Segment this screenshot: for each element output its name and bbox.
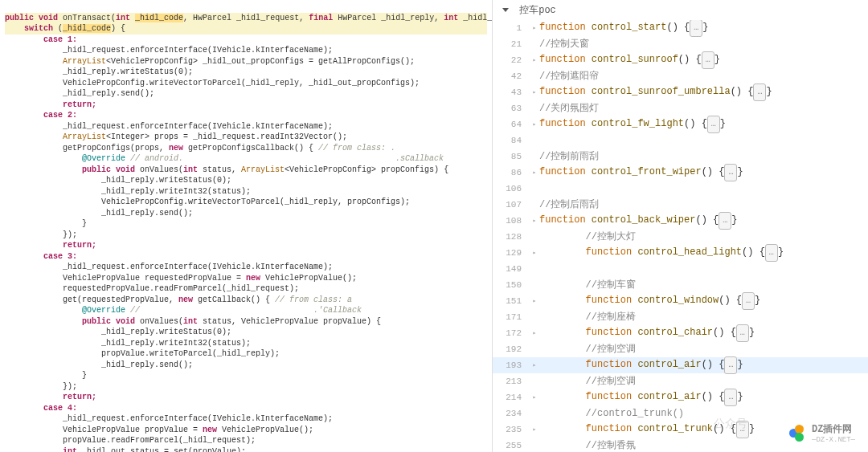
code-line-42[interactable]: 42//控制遮阳帘 (493, 68, 868, 84)
code-text: function control_chair() {…} (539, 324, 755, 342)
code-text: //控制空调 (539, 341, 636, 357)
fold-toggle-icon[interactable]: ▸ (530, 245, 539, 261)
code-line-21[interactable]: 21//控制天窗 (493, 36, 868, 52)
code-line-63[interactable]: 63//关闭氛围灯 (493, 100, 868, 116)
line-number: 85 (496, 149, 530, 165)
code-text: //控制遮阳帘 (539, 68, 599, 84)
code-text: //control_trunk() (539, 405, 684, 421)
code-line-128[interactable]: 128 //控制大灯 (493, 229, 868, 245)
switch-statement: switch (_hidl_code) { (5, 23, 487, 35)
case-4: case 4: (43, 404, 77, 413)
code-line-192[interactable]: 192 //控制空调 (493, 341, 868, 357)
line-number: 106 (496, 181, 530, 197)
code-line-85[interactable]: 85//控制前雨刮 (493, 149, 868, 165)
code-text: function control_fw_light() {…} (539, 116, 726, 133)
case-2: case 2: (43, 111, 77, 120)
code-line-43[interactable]: 43▸function control_sunroof_umbrella() {… (493, 84, 868, 100)
code-line-151[interactable]: 151▸ function control_window() {…} (493, 293, 868, 309)
code-line-235[interactable]: 235▸ function control_trunk() {…} (493, 421, 868, 438)
code-text: function control_start() {…} (539, 20, 708, 37)
line-number: 42 (496, 68, 530, 84)
code-text: function control_front_wiper() {…} (539, 164, 743, 181)
line-number: 192 (496, 341, 530, 357)
code-line-150[interactable]: 150 //控制车窗 (493, 277, 868, 293)
code-line-22[interactable]: 22▸function control_sunroof() {…} (493, 52, 868, 68)
code-line-172[interactable]: 172▸ function control_chair() {…} (493, 325, 868, 341)
file-tab[interactable]: 控车poc (493, 0, 868, 20)
code-line-234[interactable]: 234 //control_trunk() (493, 405, 868, 421)
code-line: _hidl_request.enforceInterface(IVehicle.… (63, 46, 333, 55)
method-signature: public void onTransact(int _hidl_code, H… (5, 13, 487, 24)
line-number: 235 (496, 421, 530, 438)
code-text: function control_window() {…} (539, 292, 760, 310)
line-number: 84 (496, 132, 530, 149)
code-line-107[interactable]: 107//控制后雨刮 (493, 197, 868, 213)
code-text: function control_head_light() {…} (539, 244, 784, 262)
code-line-84[interactable]: 84 (493, 132, 868, 149)
code-line-171[interactable]: 171 //控制座椅 (493, 309, 868, 325)
js-editor-pane: 控车poc 1▸function control_start() {…}21//… (492, 0, 868, 452)
fold-toggle-icon[interactable]: ▸ (530, 116, 539, 132)
line-number: 234 (496, 405, 530, 421)
fold-toggle-icon[interactable]: ▸ (530, 213, 539, 229)
watermark-cn: 公众号 (714, 417, 747, 431)
line-number: 107 (496, 197, 530, 213)
code-text: //控制座椅 (539, 309, 636, 325)
code-line-149[interactable]: 149 (493, 261, 868, 277)
fold-toggle-icon[interactable]: ▸ (530, 165, 539, 181)
line-number: 150 (496, 277, 530, 293)
code-text (539, 261, 586, 277)
code-line-193[interactable]: 193▸ function control_air() {…} (493, 357, 868, 373)
java-source-pane: public void onTransact(int _hidl_code, H… (0, 0, 492, 452)
code-line-86[interactable]: 86▸function control_front_wiper() {…} (493, 165, 868, 181)
line-number: 64 (496, 116, 530, 132)
fold-toggle-icon[interactable]: ▸ (530, 421, 539, 438)
line-number: 128 (496, 229, 530, 245)
code-text: function control_sunroof() {…} (539, 51, 720, 69)
code-text: function control_air() {…} (539, 389, 743, 406)
fold-toggle-icon[interactable]: ▸ (530, 325, 539, 341)
code-line-106[interactable]: 106 (493, 181, 868, 197)
code-line-255[interactable]: 255 //控制香氛 (493, 438, 868, 452)
line-number: 63 (496, 100, 530, 116)
code-text: //控制车窗 (539, 277, 636, 293)
line-number: 22 (496, 52, 530, 68)
code-text: function control_sunroof_umbrella() {…} (539, 83, 772, 101)
case-1: case 1: (43, 35, 77, 44)
code-text: //控制天窗 (539, 36, 589, 52)
line-number: 255 (496, 438, 530, 452)
code-text: //控制空调 (539, 373, 636, 389)
code-text: //控制前雨刮 (539, 149, 599, 165)
code-line-214[interactable]: 214▸ function control_air() {…} (493, 389, 868, 405)
line-number: 21 (496, 36, 530, 52)
fold-toggle-icon[interactable]: ▸ (530, 293, 539, 309)
line-number: 108 (496, 213, 530, 229)
line-number: 149 (496, 261, 530, 277)
line-number: 193 (496, 357, 530, 373)
line-number: 43 (496, 84, 530, 100)
code-text: //控制大灯 (539, 229, 636, 245)
fold-toggle-icon[interactable]: ▸ (530, 20, 539, 36)
line-number: 171 (496, 309, 530, 325)
line-number: 86 (496, 165, 530, 181)
code-line-64[interactable]: 64▸function control_fw_light() {…} (493, 116, 868, 132)
code-line-129[interactable]: 129▸ function control_head_light() {…} (493, 245, 868, 261)
fold-toggle-icon[interactable]: ▸ (530, 389, 539, 405)
code-line-1[interactable]: 1▸function control_start() {…} (493, 20, 868, 36)
code-line-108[interactable]: 108▸function control_back_wiper() {…} (493, 213, 868, 229)
line-number: 214 (496, 389, 530, 405)
code-text: //关闭氛围灯 (539, 100, 599, 116)
code-text: function control_back_wiper() {…} (539, 212, 737, 230)
fold-toggle-icon[interactable]: ▸ (530, 357, 539, 373)
fold-toggle-icon[interactable]: ▸ (530, 84, 539, 100)
code-text: //控制香氛 (539, 438, 636, 452)
code-text: //控制后雨刮 (539, 197, 599, 213)
code-text: function control_air() {…} (539, 356, 743, 374)
tab-title: 控车poc (519, 5, 556, 16)
line-number: 129 (496, 245, 530, 261)
line-number: 151 (496, 293, 530, 309)
code-line-213[interactable]: 213 //控制空调 (493, 373, 868, 389)
code-editor[interactable]: 1▸function control_start() {…}21//控制天窗22… (493, 20, 868, 452)
fold-toggle-icon[interactable]: ▸ (530, 52, 539, 68)
line-number: 172 (496, 325, 530, 341)
